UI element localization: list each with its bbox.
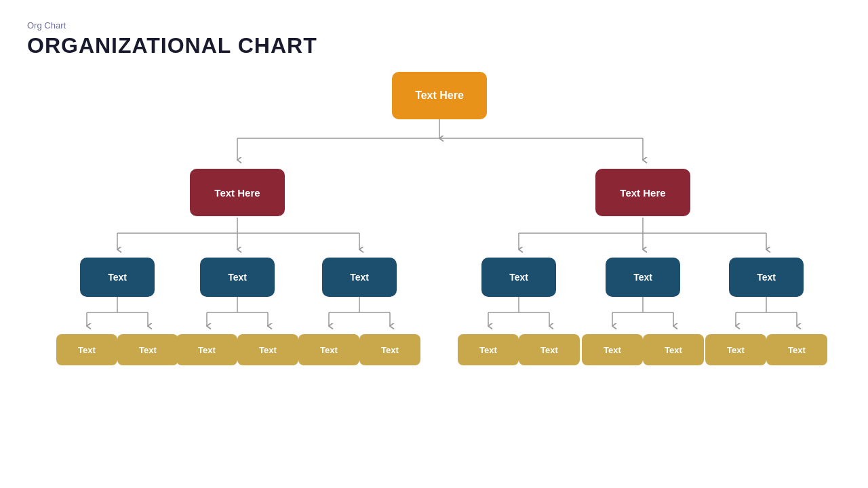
connectors-svg <box>27 65 841 445</box>
level3-node-0[interactable]: Text <box>56 334 117 365</box>
level3-node-9[interactable]: Text <box>643 334 704 365</box>
level3-node-8[interactable]: Text <box>582 334 643 365</box>
level2-label-3: Text <box>509 272 528 283</box>
level2-node-3[interactable]: Text <box>481 258 556 297</box>
level2-node-2[interactable]: Text <box>322 258 397 297</box>
level3-node-4[interactable]: Text <box>298 334 359 365</box>
level3-node-3[interactable]: Text <box>237 334 298 365</box>
level2-node-4[interactable]: Text <box>606 258 680 297</box>
level3-label-1: Text <box>139 345 157 355</box>
level3-label-2: Text <box>198 345 216 355</box>
level3-node-6[interactable]: Text <box>458 334 519 365</box>
page: Org Chart ORGANIZATIONAL CHART <box>0 0 868 488</box>
level3-label-8: Text <box>604 345 621 355</box>
subtitle: Org Chart <box>27 20 841 30</box>
chart-area: Text Here Text Here Text Here Text Text … <box>27 65 841 445</box>
level2-label-1: Text <box>228 272 247 283</box>
level3-node-7[interactable]: Text <box>519 334 580 365</box>
level1-left-label: Text Here <box>214 187 260 199</box>
level2-label-4: Text <box>633 272 652 283</box>
level3-label-5: Text <box>381 345 399 355</box>
level3-label-6: Text <box>479 345 497 355</box>
level3-label-0: Text <box>78 345 96 355</box>
level3-node-1[interactable]: Text <box>117 334 178 365</box>
level3-node-10[interactable]: Text <box>705 334 766 365</box>
level1-right-node[interactable]: Text Here <box>595 169 690 216</box>
level2-node-5[interactable]: Text <box>729 258 804 297</box>
main-title: ORGANIZATIONAL CHART <box>27 33 841 58</box>
level2-node-0[interactable]: Text <box>80 258 155 297</box>
level2-label-0: Text <box>108 272 127 283</box>
root-node[interactable]: Text Here <box>392 72 487 119</box>
level2-node-1[interactable]: Text <box>200 258 275 297</box>
level3-label-7: Text <box>540 345 558 355</box>
level2-label-2: Text <box>350 272 369 283</box>
level3-label-10: Text <box>727 345 745 355</box>
level3-node-5[interactable]: Text <box>359 334 420 365</box>
level3-label-11: Text <box>788 345 806 355</box>
level3-node-11[interactable]: Text <box>766 334 827 365</box>
level3-label-4: Text <box>320 345 338 355</box>
level1-right-label: Text Here <box>620 187 665 199</box>
level3-label-3: Text <box>259 345 277 355</box>
root-label: Text Here <box>415 89 464 102</box>
level2-label-5: Text <box>757 272 776 283</box>
level3-node-2[interactable]: Text <box>176 334 237 365</box>
level3-label-9: Text <box>665 345 682 355</box>
level1-left-node[interactable]: Text Here <box>190 169 285 216</box>
